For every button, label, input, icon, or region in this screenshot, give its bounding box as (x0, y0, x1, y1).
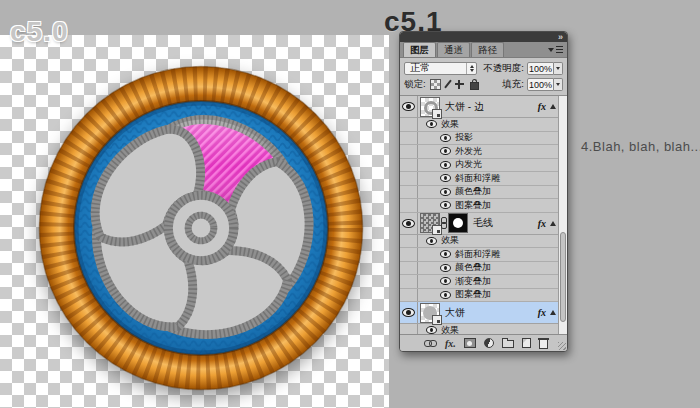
visibility-eye-icon[interactable] (440, 174, 451, 182)
layer-row-selected[interactable]: 大饼 fx (400, 302, 567, 324)
layer-style-icon[interactable]: fx. (445, 338, 456, 349)
tab-channels[interactable]: 通道 (437, 42, 470, 57)
lock-position-icon[interactable] (455, 80, 464, 89)
layer-badge-icon (432, 315, 442, 325)
effects-header-label: 效果 (441, 324, 459, 334)
visibility-eye-icon[interactable] (402, 219, 415, 228)
collapse-panel-icon[interactable]: » (558, 33, 562, 41)
visibility-eye-icon[interactable] (440, 264, 451, 272)
link-layers-icon[interactable] (424, 340, 437, 347)
effect-label: 颜色叠加 (455, 185, 491, 198)
stepper-icon (466, 63, 476, 74)
fx-badge: fx (538, 218, 546, 229)
fill-label: 填充: (502, 78, 524, 91)
layer-thumbnail[interactable] (420, 303, 440, 323)
panel-controls: 正常 不透明度: 100% 锁定: 填充: 100% (400, 58, 567, 96)
visibility-eye-icon[interactable] (440, 147, 451, 155)
opacity-value-field[interactable]: 100% (527, 62, 554, 75)
visibility-eye-icon[interactable] (426, 326, 437, 334)
new-group-icon[interactable] (502, 340, 514, 348)
visibility-eye-icon[interactable] (402, 308, 415, 317)
layer-thumbnail[interactable] (420, 97, 440, 117)
collapse-effects-icon[interactable] (550, 310, 556, 315)
opacity-label: 不透明度: (483, 62, 524, 75)
fx-badge: fx (538, 307, 546, 318)
resize-grip[interactable] (558, 342, 566, 350)
effect-row[interactable]: 颜色叠加 (400, 186, 567, 200)
mask-thumbnail[interactable] (448, 213, 468, 233)
layer-row[interactable]: 大饼 - 边 fx (400, 96, 567, 118)
menu-bars-icon (556, 46, 563, 53)
effects-header-row[interactable]: 效果 (400, 118, 567, 132)
fill-value-field[interactable]: 100% (527, 78, 554, 91)
add-mask-icon[interactable] (464, 338, 476, 348)
effect-row[interactable]: 斜面和浮雕 (400, 248, 567, 262)
lock-all-icon[interactable] (470, 82, 479, 90)
effect-label: 颜色叠加 (455, 261, 491, 274)
step-label-c50: c5.0 (10, 16, 69, 48)
effect-row[interactable]: 斜面和浮雕 (400, 172, 567, 186)
lock-paint-icon[interactable] (444, 79, 452, 88)
fill-caret-icon[interactable] (554, 78, 563, 91)
visibility-eye-icon[interactable] (426, 120, 437, 128)
effect-row[interactable]: 图案叠加 (400, 199, 567, 213)
tab-channels-label: 通道 (444, 44, 463, 55)
layer-list: 大饼 - 边 fx 效果 投影 外发光 内发光 斜面和浮雕 (400, 96, 567, 334)
effect-label: 内发光 (455, 158, 482, 171)
delete-layer-icon[interactable] (539, 340, 548, 349)
layer-thumbnail[interactable] (420, 213, 440, 233)
note-text: 4.Blah, blah, blah... (581, 139, 699, 154)
adjustment-layer-icon[interactable] (484, 338, 494, 348)
triangle-down-icon (548, 48, 554, 52)
panel-bottom-bar: fx. (400, 334, 567, 351)
layer-name[interactable]: 大饼 - 边 (445, 100, 484, 114)
effects-header-label: 效果 (441, 118, 459, 131)
effect-row[interactable]: 渐变叠加 (400, 275, 567, 289)
layer-name[interactable]: 毛线 (473, 216, 493, 230)
effect-row[interactable]: 内发光 (400, 159, 567, 173)
effects-header-row[interactable]: 效果 (400, 235, 567, 249)
panel-menu-icon[interactable] (548, 46, 563, 53)
scrollbar[interactable] (558, 96, 567, 334)
panel-titlebar[interactable]: » (400, 32, 567, 42)
visibility-eye-icon[interactable] (440, 250, 451, 258)
lock-transparency-icon[interactable] (430, 79, 441, 90)
scrollbar-thumb[interactable] (560, 232, 566, 322)
new-layer-icon[interactable] (522, 338, 531, 348)
visibility-eye-icon[interactable] (440, 134, 451, 142)
effect-row[interactable]: 投影 (400, 132, 567, 146)
fx-badge: fx (538, 101, 546, 112)
effect-row[interactable]: 颜色叠加 (400, 262, 567, 276)
visibility-eye-icon[interactable] (426, 237, 437, 245)
effect-label: 图案叠加 (455, 288, 491, 301)
tab-paths-label: 路径 (478, 44, 497, 55)
effect-label: 渐变叠加 (455, 275, 491, 288)
visibility-eye-icon[interactable] (440, 201, 451, 209)
effect-row[interactable]: 图案叠加 (400, 289, 567, 303)
visibility-eye-icon[interactable] (402, 102, 415, 111)
layer-row[interactable]: 毛线 fx (400, 213, 567, 235)
collapse-effects-icon[interactable] (550, 104, 556, 109)
visibility-eye-icon[interactable] (440, 291, 451, 299)
effect-row[interactable]: 外发光 (400, 145, 567, 159)
visibility-eye-icon[interactable] (440, 188, 451, 196)
effects-header-row[interactable]: 效果 (400, 324, 567, 334)
layers-panel: » 图层 通道 路径 正常 不透明度: 100% 锁定: (399, 31, 568, 352)
tab-layers-label: 图层 (410, 44, 429, 55)
tab-layers[interactable]: 图层 (403, 42, 436, 57)
mask-link-icon[interactable] (441, 217, 446, 229)
effect-label: 外发光 (455, 145, 482, 158)
collapse-effects-icon[interactable] (550, 221, 556, 226)
effect-label: 图案叠加 (455, 199, 491, 212)
effects-header-label: 效果 (441, 234, 459, 247)
lock-label: 锁定: (404, 78, 426, 91)
tab-paths[interactable]: 路径 (471, 42, 504, 57)
blend-mode-value: 正常 (410, 61, 430, 75)
blend-mode-select[interactable]: 正常 (404, 62, 477, 75)
visibility-eye-icon[interactable] (440, 161, 451, 169)
effect-label: 斜面和浮雕 (455, 172, 500, 185)
opacity-caret-icon[interactable] (554, 62, 563, 75)
effect-label: 斜面和浮雕 (455, 248, 500, 261)
layer-name[interactable]: 大饼 (445, 306, 465, 320)
visibility-eye-icon[interactable] (440, 277, 451, 285)
